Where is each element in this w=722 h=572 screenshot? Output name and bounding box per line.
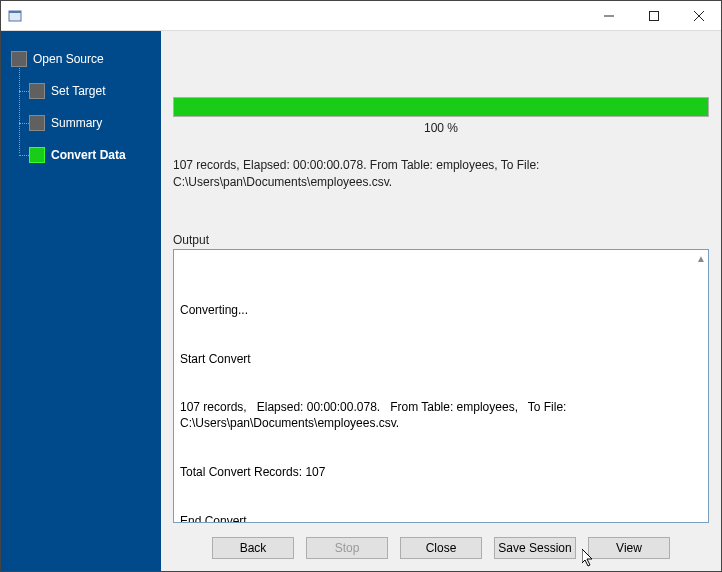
conversion-status-text: 107 records, Elapsed: 00:00:00.078. From… [173, 157, 709, 191]
scroll-up-icon[interactable]: ▲ [696, 252, 706, 266]
back-button[interactable]: Back [212, 537, 294, 559]
minimize-button[interactable] [586, 1, 631, 30]
sidebar-item-label: Open Source [33, 52, 104, 66]
view-button[interactable]: View [588, 537, 670, 559]
sidebar-item-label: Set Target [51, 84, 105, 98]
step-icon [29, 83, 45, 99]
step-icon-active [29, 147, 45, 163]
main-panel: 100 % 107 records, Elapsed: 00:00:00.078… [161, 31, 721, 571]
output-line: 107 records, Elapsed: 00:00:00.078. From… [180, 399, 702, 431]
window-controls [586, 1, 721, 30]
output-line: Total Convert Records: 107 [180, 464, 702, 480]
stop-button[interactable]: Stop [306, 537, 388, 559]
button-bar: Back Stop Close Save Session View [173, 523, 709, 563]
svg-rect-1 [9, 11, 21, 13]
sidebar-item-summary[interactable]: Summary [9, 107, 161, 139]
sidebar-item-label: Convert Data [51, 148, 126, 162]
progress-bar-fill [174, 98, 708, 116]
output-line: End Convert [180, 513, 702, 523]
window-titlebar [1, 1, 721, 31]
sidebar-item-open-source[interactable]: Open Source [9, 43, 161, 75]
output-textarea[interactable]: ▲ Converting... Start Convert 107 record… [173, 249, 709, 523]
sidebar-item-convert-data[interactable]: Convert Data [9, 139, 161, 171]
close-action-button[interactable]: Close [400, 537, 482, 559]
step-icon [29, 115, 45, 131]
progress-bar [173, 97, 709, 117]
maximize-button[interactable] [631, 1, 676, 30]
sidebar-item-label: Summary [51, 116, 102, 130]
sidebar-item-set-target[interactable]: Set Target [9, 75, 161, 107]
save-session-button[interactable]: Save Session [494, 537, 576, 559]
output-line: Start Convert [180, 351, 702, 367]
wizard-sidebar: Open Source Set Target Summary Convert D… [1, 31, 161, 571]
output-label: Output [173, 233, 709, 247]
step-icon [11, 51, 27, 67]
output-line: Converting... [180, 302, 702, 318]
progress-percent-label: 100 % [173, 121, 709, 135]
svg-rect-3 [649, 11, 658, 20]
close-button[interactable] [676, 1, 721, 30]
app-icon [7, 8, 23, 24]
